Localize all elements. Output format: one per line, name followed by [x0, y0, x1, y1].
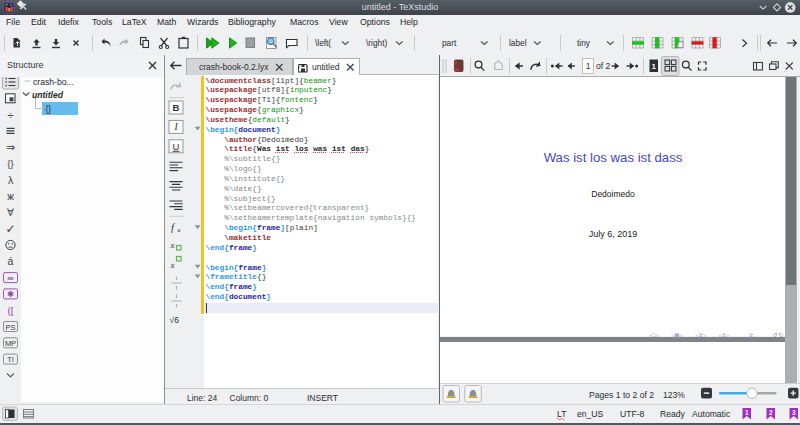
- svg-text:á: á: [8, 255, 14, 267]
- svg-text:1: 1: [745, 409, 749, 416]
- svg-text:ж: ж: [7, 191, 14, 202]
- svg-text:λ: λ: [8, 174, 14, 186]
- svg-text:∞: ∞: [7, 273, 14, 283]
- svg-text:2: 2: [769, 409, 773, 416]
- svg-text:MP: MP: [5, 339, 16, 348]
- svg-text:∀: ∀: [7, 207, 14, 218]
- svg-text:crash-bo...: crash-bo...: [33, 77, 74, 87]
- svg-text:✓: ✓: [5, 222, 15, 236]
- svg-text:([: ([: [8, 305, 14, 316]
- svg-text:f: f: [171, 222, 176, 233]
- svg-text:untitled: untitled: [32, 90, 64, 100]
- svg-text:{}: {}: [46, 104, 52, 114]
- svg-text:⇒: ⇒: [6, 141, 15, 153]
- svg-text:1: 1: [586, 61, 591, 71]
- svg-text:PS: PS: [5, 323, 15, 332]
- svg-text:1: 1: [652, 62, 657, 71]
- svg-text:✱: ✱: [7, 289, 14, 299]
- svg-text:TI: TI: [7, 355, 14, 364]
- svg-text:x: x: [170, 260, 175, 270]
- svg-text:3: 3: [792, 409, 796, 416]
- svg-text:÷: ÷: [7, 109, 13, 121]
- svg-text:B: B: [173, 102, 180, 113]
- svg-text:U: U: [173, 141, 180, 152]
- svg-text:√6: √6: [170, 315, 180, 325]
- svg-text:x: x: [170, 240, 175, 250]
- svg-text:{}: {}: [7, 158, 13, 169]
- svg-text:×: ×: [177, 227, 181, 234]
